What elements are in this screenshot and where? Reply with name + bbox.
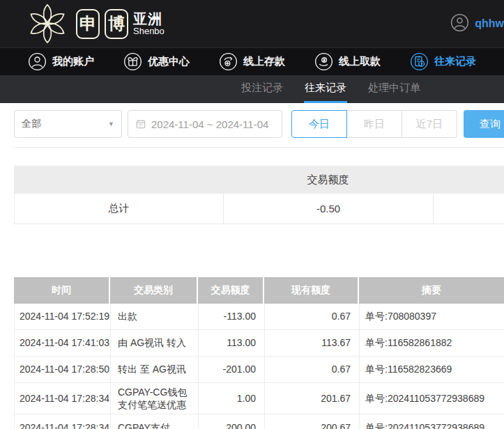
top-brand-bar: 申 博 亚洲 Shenbo qhhw	[0, 0, 504, 47]
gift-icon	[123, 52, 142, 71]
brand-latin-text: Shenbo	[133, 26, 165, 36]
cell-type: CGPAY-CG钱包 支付笔笔送优惠	[111, 383, 199, 414]
withdraw-icon	[314, 52, 333, 71]
nav-item-transaction-records[interactable]: 往来记录	[410, 52, 476, 71]
cell-memo: 单号:116582861882	[360, 330, 504, 356]
yesterday-button[interactable]: 昨日	[346, 110, 402, 138]
sub-tab-bar: 投注记录 往来记录 处理中订单	[0, 75, 504, 103]
query-button[interactable]: 查询	[464, 110, 504, 138]
summary-header-row: 交易额度	[14, 166, 504, 194]
section-divider	[14, 147, 504, 148]
transaction-records-page: 申 博 亚洲 Shenbo qhhw 我的账户 优惠中心 线上存款	[0, 0, 504, 429]
cell-memo: 单号:202411053772938689	[360, 383, 504, 414]
date-range-value: 2024-11-04 ~ 2024-11-04	[151, 118, 268, 130]
cell-type: 由 AG视讯 转入	[111, 330, 199, 356]
user-icon	[28, 52, 47, 71]
tab-transaction-records[interactable]: 往来记录	[304, 75, 347, 103]
col-header-time: 时间	[14, 277, 110, 304]
cell-balance: 113.67	[265, 330, 360, 356]
cell-memo: 单号:708080397	[360, 304, 504, 329]
cell-balance: 0.67	[265, 357, 360, 382]
cell-balance: 0.67	[265, 304, 360, 329]
last7days-label: 近7日	[416, 118, 443, 131]
flower-logo-icon	[26, 3, 68, 45]
table-row: 2024-11-04 17:28:34 CGPAY支付 200.00 200.6…	[14, 414, 504, 429]
type-select-value: 全部	[22, 118, 41, 130]
col-header-balance: 现有额度	[264, 277, 359, 304]
tab-label: 投注记录	[241, 81, 283, 95]
col-header-amount: 交易额度	[198, 277, 264, 304]
nav-item-online-deposit[interactable]: 线上存款	[219, 52, 285, 71]
nav-item-online-withdraw[interactable]: 线上取款	[314, 52, 381, 71]
table-row: 2024-11-04 17:52:19 出款 -113.00 0.67 单号:7…	[14, 304, 504, 330]
cell-memo: 单号:202411053772938689	[360, 414, 504, 429]
quick-range-group: 今日 昨日 近7日	[291, 110, 457, 138]
table-row: 2024-11-04 17:28:50 转出 至 AG视讯 -201.00 0.…	[14, 357, 504, 383]
date-range-input[interactable]: 2024-11-04 ~ 2024-11-04	[128, 110, 282, 138]
nav-label: 我的账户	[52, 55, 94, 68]
table-row: 2024-11-04 17:41:03 由 AG视讯 转入 113.00 113…	[14, 330, 504, 357]
nav-label: 线上存款	[243, 55, 285, 68]
records-icon	[410, 52, 429, 71]
cell-time: 2024-11-04 17:28:50	[15, 357, 111, 382]
summary-total-label: 总计	[15, 194, 224, 224]
cell-type: 转出 至 AG视讯	[111, 357, 199, 382]
username-text[interactable]: qhhw	[475, 17, 504, 30]
cell-time: 2024-11-04 17:52:19	[15, 304, 111, 329]
brand-logo[interactable]: 申 博 亚洲 Shenbo	[26, 3, 165, 45]
tab-label: 处理中订单	[368, 81, 420, 95]
cell-time: 2024-11-04 17:28:34	[15, 414, 111, 429]
query-label: 查询	[480, 118, 501, 131]
summary-table: 交易额度 总计 -0.50	[14, 166, 504, 224]
summary-total-row: 总计 -0.50	[14, 194, 504, 224]
logo-char-bo: 博	[105, 9, 128, 39]
nav-item-promotions[interactable]: 优惠中心	[123, 52, 190, 71]
cell-balance: 200.67	[265, 414, 360, 429]
tab-betting-records[interactable]: 投注记录	[240, 75, 284, 103]
tab-pending-orders[interactable]: 处理中订单	[367, 75, 421, 103]
tab-label: 往来记录	[305, 81, 346, 95]
records-table: 时间 交易类别 交易额度 现有额度 摘要 2024-11-04 17:52:19…	[14, 277, 504, 429]
yesterday-label: 昨日	[364, 118, 385, 131]
cell-amount: 113.00	[199, 330, 265, 356]
table-row: 2024-11-04 17:28:34 CGPAY-CG钱包 支付笔笔送优惠 1…	[14, 383, 504, 414]
summary-total-extra	[434, 194, 504, 224]
col-header-memo: 摘要	[359, 277, 504, 304]
main-navbar: 我的账户 优惠中心 线上存款 线上取款 往来记录 信	[0, 47, 504, 75]
nav-label: 优惠中心	[148, 55, 190, 68]
cell-type: CGPAY支付	[111, 414, 199, 429]
type-select[interactable]: 全部 ▼	[14, 110, 122, 138]
nav-label: 线上取款	[339, 55, 381, 68]
records-header-row: 时间 交易类别 交易额度 现有额度 摘要	[14, 277, 504, 304]
cell-time: 2024-11-04 17:28:34	[15, 383, 111, 414]
today-label: 今日	[309, 118, 330, 131]
user-account-area[interactable]: qhhw	[450, 0, 504, 47]
nav-label: 往来记录	[434, 55, 476, 68]
calendar-icon	[135, 118, 146, 130]
nav-item-my-account[interactable]: 我的账户	[28, 52, 94, 71]
filter-bar: 全部 ▼ 2024-11-04 ~ 2024-11-04 今日 昨日 近7日 查…	[0, 103, 504, 147]
col-header-type: 交易类别	[110, 277, 198, 304]
cell-type: 出款	[111, 304, 199, 329]
deposit-icon	[219, 52, 238, 71]
cell-memo: 单号:116582823669	[360, 357, 504, 382]
user-avatar-icon	[450, 13, 469, 35]
cell-time: 2024-11-04 17:41:03	[15, 330, 111, 356]
chevron-down-icon: ▼	[108, 120, 114, 127]
logo-char-shen: 申	[76, 9, 100, 39]
cell-amount: -201.00	[199, 357, 265, 382]
cell-amount: 200.00	[199, 414, 265, 429]
summary-total-value: -0.50	[224, 194, 434, 224]
summary-header-amount: 交易额度	[223, 173, 433, 187]
brand-region-text: 亚洲	[133, 12, 165, 26]
today-button[interactable]: 今日	[291, 110, 347, 138]
last7days-button[interactable]: 近7日	[402, 110, 457, 138]
cell-amount: -113.00	[199, 304, 265, 329]
cell-amount: 1.00	[199, 383, 265, 414]
cell-balance: 201.67	[265, 383, 360, 414]
